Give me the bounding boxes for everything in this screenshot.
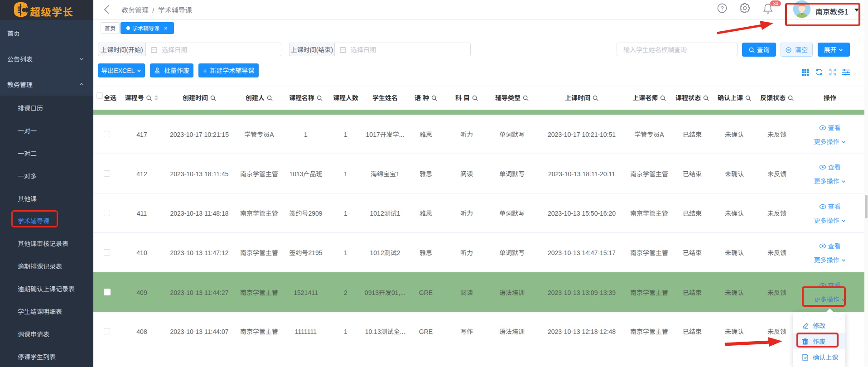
svg-text:?: ? — [720, 5, 723, 12]
